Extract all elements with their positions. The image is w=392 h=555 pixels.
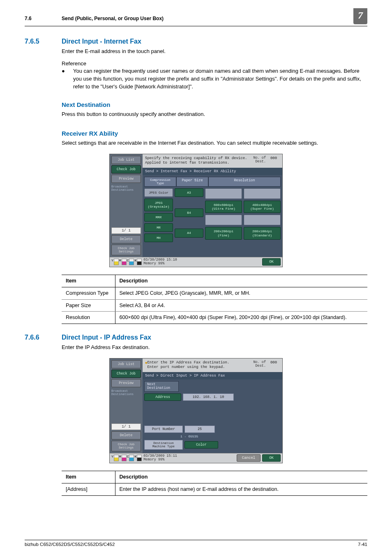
- port-number-label: Port Number: [144, 426, 183, 433]
- footer-model: bizhub C652/C652DS/C552/C552DS/C452: [25, 542, 358, 547]
- prompt-text: Enter the IP Address Fax destination. En…: [147, 361, 253, 370]
- heading-number: 7.6.6: [25, 334, 62, 341]
- footer-page: 7-41: [358, 542, 367, 547]
- broadcast-label: Broadcast Destinations: [111, 388, 141, 397]
- option-mr[interactable]: MR: [144, 223, 173, 232]
- td-item: Paper Size: [62, 299, 115, 312]
- th-item: Item: [62, 275, 115, 287]
- option-jpeg-grayscale[interactable]: JPEG (Grayscale): [144, 199, 173, 211]
- address-value: 192. 168. 1. 10: [183, 393, 234, 401]
- touchpanel-screenshot-rx-ability: Job List Check Job Preview Broadcast Des…: [109, 154, 283, 267]
- breadcrumb: Send > Direct Input > IP Address Fax: [143, 372, 282, 379]
- option-mh[interactable]: MH: [144, 234, 173, 242]
- toner-indicator: Y M C K: [111, 455, 142, 461]
- ip-address-fax-table: Item Description [Address] Enter the IP …: [62, 471, 367, 496]
- td-item: Compression Type: [62, 287, 115, 299]
- delete-button[interactable]: Delete: [111, 235, 141, 243]
- td-desc: 600×600 dpi (Ultra Fine), 400×400 dpi (S…: [115, 312, 367, 324]
- job-list-button[interactable]: Job List: [111, 360, 141, 368]
- no-of-dest-label: No. of Dest.: [253, 156, 267, 164]
- cancel-button[interactable]: Cancel: [237, 454, 261, 462]
- page-indicator: 1/ 1: [111, 423, 141, 430]
- col-header-paper-size: Paper Size: [176, 177, 208, 187]
- breadcrumb: Send > Internet Fax > Receiver RX Abilit…: [143, 168, 282, 175]
- option-a3[interactable]: A3: [175, 188, 203, 197]
- resolution-placeholder[interactable]: [205, 215, 242, 225]
- address-button[interactable]: Address: [144, 393, 181, 401]
- td-desc: Enter the IP address (host name) or E-ma…: [115, 483, 367, 495]
- machine-type-label: Destination Machine Type: [144, 440, 183, 450]
- page-header: 7.6 Send (Public, Personal, or Group Use…: [25, 12, 367, 26]
- heading-title: Direct Input - IP Address Fax: [62, 334, 367, 341]
- td-item: Resolution: [62, 312, 115, 324]
- heading-765: 7.6.5 Direct Input - Internet Fax: [25, 38, 367, 45]
- toner-indicator: Y M C K: [111, 259, 142, 265]
- page-indicator: 1/ 1: [111, 227, 141, 234]
- ok-button[interactable]: OK: [262, 454, 281, 462]
- heading-number: 7.6.5: [25, 38, 62, 45]
- memory: Memory 99%: [143, 458, 235, 462]
- broadcast-label: Broadcast Destinations: [111, 184, 141, 193]
- chapter-badge: 7: [353, 8, 367, 24]
- option-400dpi[interactable]: 400x400dpi (Super Fine): [244, 201, 281, 213]
- port-number-value: 25: [184, 426, 215, 433]
- td-item: [Address]: [62, 483, 115, 495]
- next-destination-button[interactable]: Next Destination: [144, 381, 179, 392]
- option-b4[interactable]: B4: [175, 208, 203, 217]
- no-of-dest-label: No. of Dest.: [253, 361, 267, 368]
- option-a4[interactable]: A4: [175, 229, 203, 237]
- check-job-button[interactable]: Check Job: [111, 370, 141, 378]
- memory: Memory 99%: [143, 262, 261, 266]
- col-header-compression: Compression Type: [144, 177, 176, 187]
- prompt-text: Specify the receiving capability of RX d…: [145, 156, 253, 166]
- bullet-icon: ●: [62, 67, 73, 91]
- preview-button[interactable]: Preview: [111, 379, 141, 387]
- th-description: Description: [115, 275, 367, 287]
- option-200x100dpi[interactable]: 200x100dpi (Standard): [244, 227, 281, 239]
- header-section-title: Send (Public, Personal, or Group User Bo…: [62, 16, 353, 21]
- paragraph: Select settings that are receivable in t…: [62, 139, 367, 147]
- paragraph: Press this button to continuously specif…: [62, 111, 367, 118]
- td-desc: Select A3, B4 or A4.: [115, 299, 367, 312]
- resolution-placeholder[interactable]: [244, 188, 281, 199]
- paragraph: Enter the E-mail address in the touch pa…: [62, 48, 367, 56]
- th-item: Item: [62, 471, 115, 483]
- reference-label: Reference: [62, 60, 367, 67]
- check-job-settings-button[interactable]: Check Job Settings: [111, 245, 141, 255]
- td-desc: Select JPEG Color, JPEG (Grayscale), MMR…: [115, 287, 367, 299]
- header-section-number: 7.6: [25, 16, 62, 21]
- th-description: Description: [115, 471, 367, 483]
- check-job-settings-button[interactable]: Check Job Settings: [111, 441, 141, 451]
- port-range: 1 - 65535: [144, 435, 281, 438]
- col-header-resolution: Resolution: [208, 177, 281, 187]
- bullet-item: ● You can register the frequently used u…: [62, 67, 367, 91]
- subheading-receiver-rx: Receiver RX Ability: [62, 130, 367, 137]
- heading-766: 7.6.6 Direct Input - IP Address Fax: [25, 334, 367, 341]
- resolution-placeholder[interactable]: [244, 215, 281, 225]
- resolution-placeholder[interactable]: [205, 188, 242, 199]
- job-list-button[interactable]: Job List: [111, 156, 141, 164]
- check-job-button[interactable]: Check Job: [111, 165, 141, 173]
- rx-ability-table: Item Description Compression Type Select…: [62, 275, 367, 324]
- subheading-next-destination: Next Destination: [62, 101, 367, 108]
- no-of-dest-value: 000: [267, 156, 280, 160]
- delete-button[interactable]: Delete: [111, 431, 141, 439]
- bullet-text: You can register the frequently used use…: [73, 67, 367, 91]
- option-200x200dpi[interactable]: 200x200dpi (Fine): [205, 227, 242, 239]
- touchpanel-screenshot-ip-address-fax: Job List Check Job Preview Broadcast Des…: [109, 358, 283, 463]
- option-mmr[interactable]: MMR: [144, 213, 173, 222]
- option-600dpi[interactable]: 600x600dpi (Ultra Fine): [205, 201, 242, 213]
- machine-type-button[interactable]: Color: [184, 441, 218, 449]
- option-jpeg-color[interactable]: JPEG Color: [144, 188, 173, 197]
- paragraph: Enter the IP Address Fax destination.: [62, 344, 367, 352]
- preview-button[interactable]: Preview: [111, 175, 141, 183]
- no-of-dest-value: 000: [267, 361, 280, 365]
- ok-button[interactable]: OK: [262, 258, 281, 266]
- page-footer: bizhub C652/C652DS/C552/C552DS/C452 7-41: [25, 540, 367, 547]
- heading-title: Direct Input - Internet Fax: [62, 38, 367, 45]
